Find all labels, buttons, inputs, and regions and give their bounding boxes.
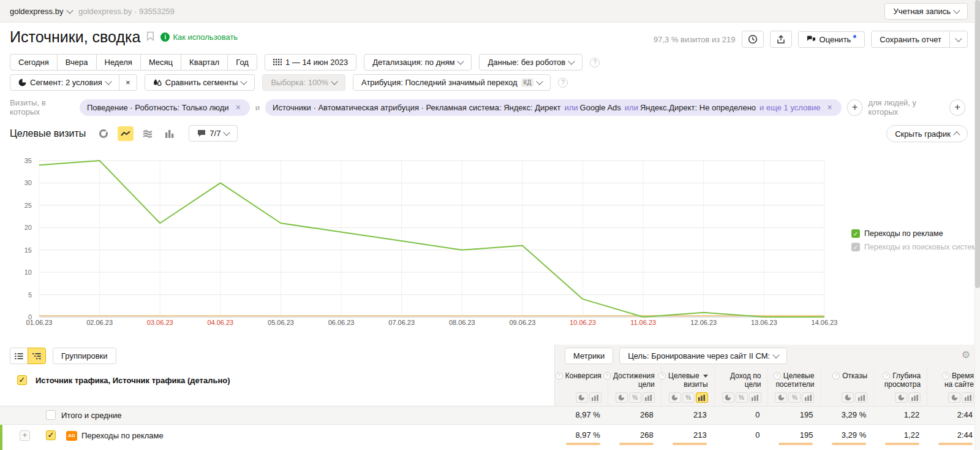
row-label[interactable]: Переходы по рекламе (81, 431, 164, 440)
chart-type-area-icon[interactable] (140, 126, 156, 141)
help-icon[interactable]: ? (558, 78, 568, 88)
save-report-button[interactable]: Сохранить отчет (871, 31, 950, 48)
metric-column-header[interactable]: Доход поцели% (714, 367, 767, 406)
metric-display-percent-icon[interactable]: % (629, 392, 641, 403)
expand-row-button[interactable]: + (20, 430, 30, 441)
metric-display-bars-icon[interactable] (589, 392, 601, 403)
metric-display-pie-icon[interactable] (895, 392, 907, 403)
metric-display-pie-icon[interactable] (948, 392, 960, 403)
metric-display-bars-icon[interactable] (908, 392, 921, 403)
metric-column-header[interactable]: ?Достиженияцели% (608, 367, 661, 406)
report-history-button[interactable] (742, 31, 764, 48)
legend-item[interactable]: ✓Переходы из поисковых систем (851, 243, 977, 251)
metric-column-header[interactable]: ?Конверсия (554, 367, 608, 406)
add-visit-filter-button[interactable]: + (847, 99, 863, 116)
metric-column-header[interactable]: ?Времяна сайте (927, 367, 980, 406)
tree-view-button[interactable] (28, 348, 46, 364)
metric-display-percent-icon[interactable]: % (682, 392, 695, 403)
counter-switcher[interactable]: goldexpress.by (10, 0, 72, 22)
data-mode-label: Данные: без роботов (488, 58, 565, 67)
period-tab[interactable]: Неделя (96, 54, 141, 71)
metric-column-header[interactable]: ?Целевыевизиты% (661, 367, 714, 406)
groupings-button[interactable]: Группировки (53, 348, 116, 364)
clear-segment-button[interactable]: × (119, 74, 137, 91)
chart-type-donut-icon[interactable] (96, 126, 111, 141)
period-tab[interactable]: Месяц (140, 54, 181, 71)
remove-filter-icon[interactable]: × (827, 102, 832, 112)
row-label: Итого и средние (61, 411, 121, 420)
period-tabs: СегодняВчераНеделяМесяцКварталГод (10, 54, 257, 71)
metric-label-line2: на сайте (944, 380, 974, 389)
goals-comments-dropdown[interactable]: 7/7 (189, 125, 238, 142)
info-icon[interactable]: ? (774, 372, 781, 379)
row-color-stripe (0, 425, 2, 450)
metric-display-bars-icon[interactable] (802, 392, 814, 403)
data-mode-dropdown[interactable]: Данные: без роботов (479, 54, 582, 71)
metric-column-header[interactable]: ?Отказы (820, 367, 873, 406)
metric-column-header[interactable]: ?Глубинапросмотра (873, 367, 927, 406)
metric-display-percent-icon[interactable]: % (736, 392, 748, 403)
legend-item[interactable]: ✓Переходы по рекламе (851, 229, 977, 238)
chart-type-columns-icon[interactable] (162, 126, 178, 141)
metric-display-bars-icon[interactable] (749, 392, 761, 403)
period-tab[interactable]: Год (227, 54, 257, 71)
detail-dropdown[interactable]: Детализация: по дням (364, 54, 472, 71)
vertical-scrollbar[interactable] (974, 0, 980, 450)
chevron-down-icon (67, 7, 74, 13)
attribution-dropdown[interactable]: Атрибуция: Последний значимый переход КД (353, 74, 551, 91)
info-icon[interactable]: ? (658, 372, 666, 379)
filter-chip-sources[interactable]: Источники · Автоматическая атрибуция · Р… (265, 99, 842, 116)
account-menu-button[interactable]: Учетная запись (884, 3, 968, 20)
metrics-button[interactable]: Метрики (565, 348, 613, 364)
info-icon[interactable]: ? (556, 372, 563, 379)
select-all-checkbox[interactable]: ✓ (17, 375, 27, 385)
goals-count-label: 7/7 (209, 129, 221, 138)
chart-canvas: 0510152025303501.06.2302.06.2303.06.2304… (0, 152, 980, 330)
filter-or-label: или (625, 103, 638, 112)
legend-checkbox[interactable]: ✓ (851, 229, 860, 238)
flat-list-view-button[interactable] (10, 348, 28, 364)
filter-chip-robots[interactable]: Поведение · Роботность: Только люди × (80, 99, 250, 116)
metric-display-pie-icon[interactable] (616, 392, 628, 403)
goal-dropdown[interactable]: Цель: Бронирование через сайт II СМ: (619, 348, 787, 364)
segment-dropdown[interactable]: Сегмент: 2 условия (10, 74, 119, 91)
metric-display-bars-icon[interactable] (696, 392, 708, 403)
bookmark-icon[interactable] (146, 31, 154, 44)
metric-display-pie-icon[interactable] (842, 392, 854, 403)
chart-type-line-icon[interactable] (118, 126, 134, 141)
export-button[interactable] (770, 31, 792, 48)
help-icon[interactable]: ? (590, 58, 600, 67)
filter-more-conditions-link[interactable]: и еще 1 условие (760, 103, 821, 112)
metric-display-bars-icon[interactable] (643, 392, 655, 403)
metric-display-percent-icon[interactable]: % (788, 392, 801, 403)
info-icon[interactable]: ? (603, 372, 611, 379)
metric-display-pie-icon[interactable] (775, 392, 787, 403)
remove-filter-icon[interactable]: × (236, 102, 241, 112)
rate-button[interactable]: Оценить (798, 31, 865, 48)
period-tab[interactable]: Сегодня (10, 54, 58, 71)
metric-display-bars-icon[interactable] (855, 392, 867, 403)
add-people-filter-button[interactable]: + (949, 99, 965, 116)
compare-segments-dropdown[interactable]: Сравнить сегменты (145, 74, 255, 91)
info-icon[interactable]: ? (832, 372, 840, 379)
date-range-button[interactable]: 1 — 14 июн 2023 (265, 54, 356, 71)
period-tab[interactable]: Вчера (57, 54, 97, 71)
scrollbar-thumb[interactable] (975, 0, 980, 288)
metric-display-pie-icon[interactable] (669, 392, 681, 403)
table-settings-gear-icon[interactable]: ⚙ (962, 350, 970, 360)
legend-checkbox[interactable]: ✓ (851, 243, 860, 251)
metric-display-pie-icon[interactable] (576, 392, 588, 403)
save-report-menu-button[interactable] (949, 31, 968, 48)
metric-display-pie-icon[interactable] (722, 392, 734, 403)
how-to-use-link[interactable]: i Как использовать (160, 32, 238, 42)
sampling-dropdown[interactable]: Выборка: 100% (262, 74, 345, 91)
chevron-up-icon (953, 131, 960, 138)
info-icon[interactable]: ? (883, 372, 890, 379)
row-checkbox[interactable]: ✓ (46, 430, 56, 440)
period-tab[interactable]: Квартал (181, 54, 228, 71)
metric-column-header[interactable]: ?Целевыепосетители% (767, 367, 821, 406)
row-checkbox[interactable] (46, 410, 56, 420)
hide-chart-button[interactable]: Скрыть график (886, 125, 968, 142)
info-icon[interactable]: ? (942, 372, 949, 379)
metric-display-bars-icon[interactable] (962, 392, 974, 403)
